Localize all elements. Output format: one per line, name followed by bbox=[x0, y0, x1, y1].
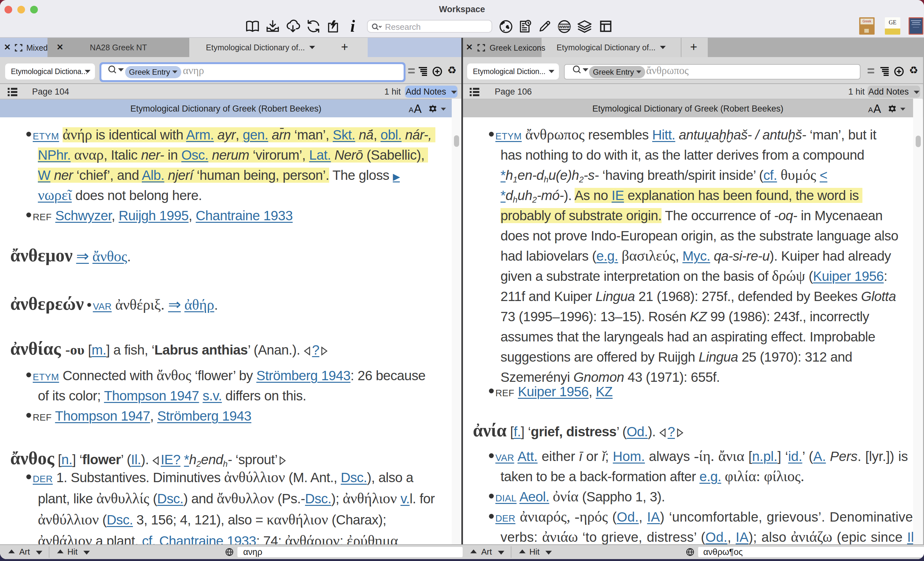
svg-text:www: www bbox=[559, 24, 570, 29]
